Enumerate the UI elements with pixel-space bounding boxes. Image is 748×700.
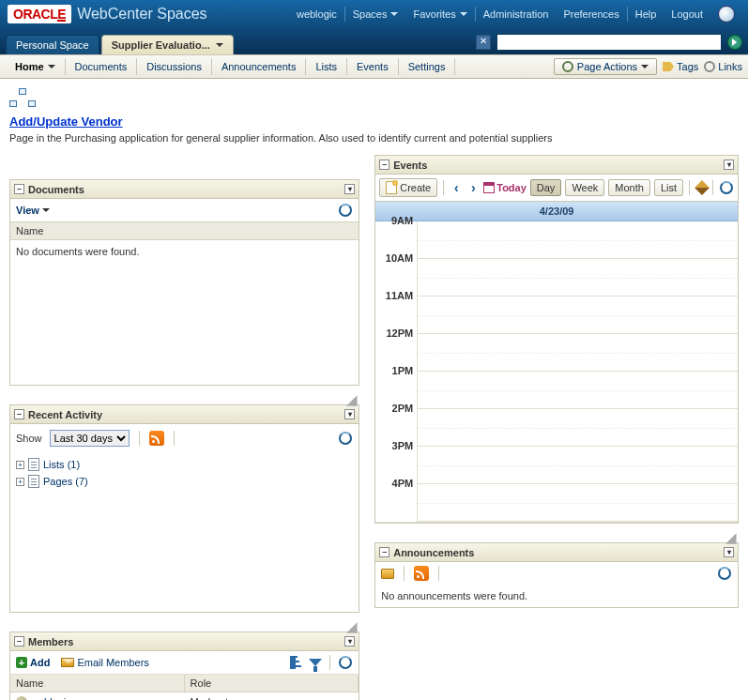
collapse-icon[interactable]: – — [379, 160, 389, 170]
panel-title: Events — [393, 160, 427, 171]
next-arrow-icon[interactable]: › — [466, 181, 480, 194]
view-week-button[interactable]: Week — [565, 179, 604, 196]
create-event-button[interactable]: Create — [379, 178, 437, 197]
links-link[interactable]: Links — [704, 61, 742, 72]
folder-icon[interactable] — [381, 569, 394, 579]
time-slot[interactable] — [418, 409, 738, 447]
member-name: weblogic — [31, 696, 71, 700]
filter-icon[interactable] — [309, 659, 322, 666]
user-label[interactable]: weblogic — [289, 8, 344, 20]
nav-documents[interactable]: Documents — [66, 58, 138, 75]
page-toolbar: Home Documents Discussions Announcements… — [0, 54, 748, 79]
view-day-button[interactable]: Day — [530, 179, 562, 196]
search-input[interactable] — [496, 34, 722, 51]
calendar-date: 4/23/09 — [375, 202, 738, 221]
members-panel: – Members ▾ +Add Email Members — [9, 632, 359, 700]
top-banner: ORACLE WebCenter Spaces weblogic Spaces … — [0, 0, 748, 28]
expand-icon[interactable]: + — [16, 478, 24, 486]
spaces-menu[interactable]: Spaces — [345, 8, 406, 20]
page-title-link[interactable]: Add/Update Vendor — [9, 114, 123, 129]
announcements-panel: – Announcements ▾ No announcements were … — [374, 542, 739, 608]
nav-settings[interactable]: Settings — [399, 58, 456, 75]
panel-menu-icon[interactable]: ▾ — [724, 547, 734, 557]
tags-link[interactable]: Tags — [663, 61, 698, 72]
collapse-icon[interactable]: – — [379, 547, 389, 557]
nav-discussions[interactable]: Discussions — [137, 58, 212, 75]
refresh-icon[interactable] — [338, 655, 353, 670]
pencil-icon[interactable] — [695, 180, 710, 195]
prefs-link[interactable]: Preferences — [556, 8, 626, 20]
collapse-icon[interactable]: – — [14, 636, 24, 647]
nav-home[interactable]: Home — [6, 58, 66, 75]
favorites-menu[interactable]: Favorites — [405, 8, 474, 20]
chevron-down-icon — [48, 65, 55, 68]
activity-pages-node[interactable]: + Pages (7) — [16, 473, 353, 490]
nav-events[interactable]: Events — [347, 58, 399, 75]
tab-supplier-evaluation[interactable]: Supplier Evaluatio... — [101, 35, 234, 54]
events-panel: – Events ▾ Create ‹ › Today Day Week Mon… — [374, 155, 739, 524]
nav-announcements[interactable]: Announcements — [212, 58, 307, 75]
add-member-button[interactable]: +Add — [16, 657, 50, 668]
nav-lists[interactable]: Lists — [306, 58, 347, 75]
time-slot[interactable] — [418, 221, 738, 259]
prev-arrow-icon[interactable]: ‹ — [450, 181, 463, 194]
time-slot[interactable] — [418, 334, 738, 372]
list-icon — [28, 458, 39, 471]
panel-menu-icon[interactable]: ▾ — [344, 636, 355, 647]
panel-menu-icon[interactable]: ▾ — [344, 409, 355, 419]
refresh-icon[interactable] — [338, 203, 353, 218]
panel-menu-icon[interactable]: ▾ — [724, 160, 734, 170]
member-row[interactable]: weblogic Moderator — [10, 692, 359, 700]
globe-icon[interactable] — [718, 6, 735, 23]
admin-link[interactable]: Administration — [476, 8, 557, 20]
tab-personal-space[interactable]: Personal Space — [6, 35, 99, 54]
app-name: WebCenter Spaces — [77, 6, 206, 23]
separator — [139, 431, 140, 446]
resize-grip[interactable]: ◢ — [374, 533, 739, 542]
collapse-icon[interactable]: – — [14, 409, 24, 419]
rss-icon[interactable] — [149, 431, 164, 446]
logout-link[interactable]: Logout — [664, 8, 710, 20]
view-menu[interactable]: View — [16, 205, 50, 216]
expand-icon[interactable]: + — [16, 461, 24, 469]
column-header-role: Role — [185, 675, 359, 692]
collapse-icon[interactable]: – — [14, 184, 24, 194]
documents-panel: – Documents ▾ View Name No documents wer… — [9, 179, 359, 386]
separator — [443, 180, 444, 195]
sort-icon[interactable] — [290, 656, 303, 669]
org-chart-icon — [9, 88, 38, 109]
search-go-button[interactable] — [727, 35, 742, 50]
view-list-button[interactable]: List — [654, 179, 683, 196]
view-month-button[interactable]: Month — [608, 179, 650, 196]
hour-label: 1PM — [392, 365, 414, 376]
separator — [438, 566, 439, 581]
rss-icon[interactable] — [414, 566, 429, 581]
separator — [329, 655, 330, 670]
panel-title: Recent Activity — [28, 409, 102, 420]
mail-icon — [61, 658, 74, 667]
space-tabs: Personal Space Supplier Evaluatio... — [0, 28, 748, 54]
refresh-icon[interactable] — [338, 431, 353, 446]
time-slot[interactable] — [418, 259, 738, 297]
close-icon[interactable] — [476, 35, 491, 50]
page-icon — [28, 475, 39, 488]
today-button[interactable]: Today — [483, 182, 527, 193]
time-slot[interactable] — [418, 297, 738, 334]
page-subtitle: Page in the Purchasing application for g… — [9, 132, 739, 144]
help-link[interactable]: Help — [628, 8, 664, 20]
time-slot[interactable] — [418, 447, 738, 484]
separator — [174, 431, 175, 446]
resize-grip[interactable]: ◢ — [9, 622, 359, 632]
refresh-icon[interactable] — [719, 180, 734, 195]
activity-lists-node[interactable]: + Lists (1) — [16, 456, 353, 473]
time-slot[interactable] — [418, 372, 738, 409]
members-column-headers: Name Role — [10, 675, 359, 692]
resize-grip[interactable]: ◢ — [9, 395, 359, 404]
time-slot[interactable] — [418, 484, 738, 522]
activity-range-select[interactable]: Last 30 days — [50, 430, 130, 447]
refresh-icon[interactable] — [717, 566, 732, 581]
email-members-button[interactable]: Email Members — [61, 657, 148, 668]
panel-menu-icon[interactable]: ▾ — [344, 184, 355, 194]
announcements-empty-message: No announcements were found. — [375, 585, 738, 607]
page-actions-menu[interactable]: Page Actions — [554, 58, 657, 75]
